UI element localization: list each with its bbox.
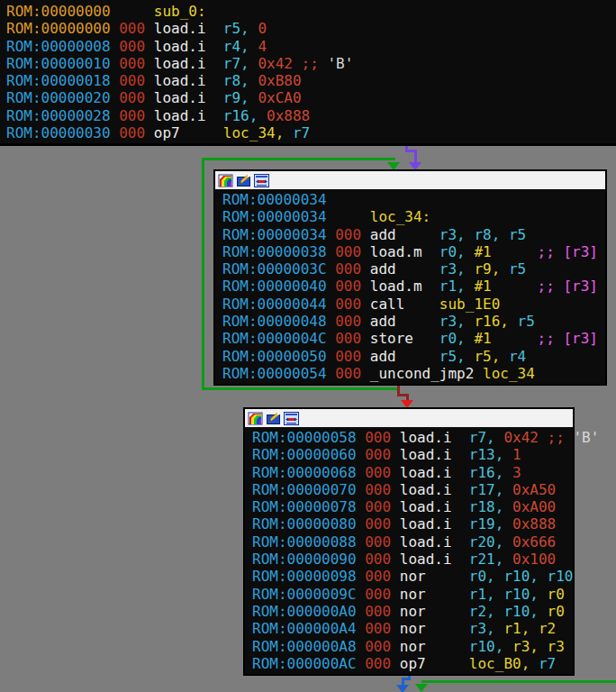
pencil-edit-icon[interactable] — [266, 412, 281, 425]
disasm-line[interactable]: ROM:00000040 000 load.m r1, #1;; [r3] — [222, 278, 605, 295]
token-n: 0x888 — [267, 107, 310, 124]
disasm-line[interactable]: ROM:00000060 000 load.i r13, 1 — [252, 446, 573, 463]
disasm-line[interactable]: ROM:00000050 000 add r5, r5, r4 — [222, 348, 605, 365]
disasm-line[interactable]: ROM:00000034 000 add r3, r8, r5 — [222, 226, 605, 243]
token-r: r7, — [223, 55, 258, 72]
token-a: ROM:00000078 — [252, 498, 357, 515]
disasm-line[interactable]: ROM:00000054 000 _uncond_jmp2 loc_34 — [222, 365, 605, 382]
node-title-bar[interactable] — [215, 171, 605, 189]
token-n: 0x888 — [512, 515, 556, 533]
token-a: ROM:00000098 — [252, 568, 357, 585]
token-p — [145, 72, 154, 89]
disasm-line[interactable]: ROM:00000008 000 load.i r4, 4 — [6, 38, 616, 55]
token-m: load.i — [154, 89, 223, 106]
token-p — [391, 464, 400, 481]
token-n: 0x42 — [258, 55, 293, 72]
disasm-line[interactable]: ROM:00000000 sub_0: — [6, 3, 616, 20]
disasm-line[interactable]: ROM:0000009C 000 nor r1, r10, r0 — [252, 586, 573, 603]
token-ry: r16, — [474, 313, 517, 330]
xref-comment: ;; [r3] — [538, 243, 598, 260]
token-p — [391, 603, 400, 620]
disasm-line[interactable]: ROM:00000038 000 load.m r0, #1;; [r3] — [222, 243, 605, 260]
graph-node-loc-34[interactable]: ROM:00000034ROM:00000034 loc_34:ROM:0000… — [213, 169, 607, 386]
disasm-line[interactable]: ROM:00000078 000 load.i r18, 0xA00 — [252, 498, 573, 515]
token-r: r10, — [503, 603, 547, 620]
token-p — [357, 533, 366, 551]
token-n: 3 — [512, 464, 521, 481]
token-ry: r9, — [474, 260, 509, 278]
frame-group-icon[interactable] — [254, 174, 269, 187]
token-p — [145, 89, 154, 106]
disasm-line[interactable]: ROM:000000A0 000 nor r2, r10, r0 — [252, 603, 573, 620]
token-m: nor — [400, 603, 469, 620]
token-p — [145, 124, 154, 141]
frame-group-icon[interactable] — [284, 412, 299, 425]
token-r: r18, — [469, 498, 512, 515]
token-m: load.i — [400, 464, 469, 481]
token-p — [357, 568, 366, 585]
token-p — [361, 226, 370, 243]
palette-icon[interactable] — [218, 174, 233, 187]
node-title-bar[interactable] — [245, 409, 573, 427]
disasm-line[interactable]: ROM:00000088 000 load.i r20, 0x666 — [252, 533, 573, 551]
token-m: load.i — [400, 498, 469, 515]
token-m: call — [370, 296, 439, 313]
disasm-line[interactable]: ROM:000000AC 000 op7 loc_B0, r7 — [252, 655, 573, 672]
palette-icon[interactable] — [248, 412, 263, 425]
token-p — [327, 348, 336, 365]
disassembly-listing: ROM:00000058 000 load.i r7, 0x42 ;; 'B'R… — [245, 427, 573, 674]
disasm-line[interactable]: ROM:00000018 000 load.i r8, 0xB80 — [6, 72, 616, 89]
token-r: r3, — [439, 260, 475, 278]
token-n: 0x42 — [503, 429, 539, 446]
token-m: add — [370, 313, 439, 330]
disasm-line[interactable]: ROM:00000070 000 load.i r17, 0xA50 — [252, 481, 573, 498]
disasm-line[interactable]: ROM:00000098 000 nor r0, r10, r10 — [252, 568, 573, 585]
token-p — [391, 533, 400, 551]
disasm-line[interactable]: ROM:0000004C 000 store r0, #1;; [r3] — [222, 330, 605, 347]
edge-incoming-green-arrowhead-icon — [415, 684, 428, 692]
token-ry: r1, — [503, 620, 539, 637]
disasm-line[interactable]: ROM:00000048 000 add r3, r16, r5 — [222, 313, 605, 330]
token-ry: r3 — [548, 638, 565, 655]
disasm-line[interactable]: ROM:00000000 000 load.i r5, 0 — [6, 20, 616, 37]
disasm-line[interactable]: ROM:00000010 000 load.i r7, 0x42 ;; 'B' — [6, 55, 616, 72]
token-p — [361, 243, 370, 260]
disasm-line[interactable]: ROM:00000090 000 load.i r21, 0x100 — [252, 551, 573, 568]
token-m: add — [370, 226, 439, 243]
token-b: 000 — [365, 551, 391, 568]
token-p — [361, 330, 370, 347]
token-p — [391, 551, 400, 568]
token-r: r5, — [439, 348, 475, 365]
token-p — [111, 20, 120, 37]
disasm-line[interactable]: ROM:00000020 000 load.i r9, 0xCA0 — [6, 89, 616, 106]
pencil-edit-icon[interactable] — [236, 174, 251, 187]
token-r: r20, — [469, 533, 512, 551]
disasm-line[interactable]: ROM:00000044 000 call sub_1E0 — [222, 296, 605, 313]
token-a: ROM:000000A4 — [252, 620, 357, 637]
graph-node-58[interactable]: ROM:00000058 000 load.i r7, 0x42 ;; 'B'R… — [243, 407, 575, 676]
token-b: 000 — [365, 586, 391, 603]
token-b: 000 — [365, 429, 391, 446]
disasm-line[interactable]: ROM:00000028 000 load.i r16, 0x888 — [6, 107, 616, 124]
disasm-line[interactable]: ROM:00000068 000 load.i r16, 3 — [252, 464, 573, 481]
token-r: r8, — [474, 226, 509, 243]
disasm-line[interactable]: ROM:00000034 loc_34: — [222, 208, 605, 225]
disasm-line[interactable]: ROM:00000034 — [222, 191, 605, 208]
token-p — [357, 551, 366, 568]
disasm-line[interactable]: ROM:00000030 000 op7 loc_34, r7 — [6, 124, 616, 141]
token-p — [327, 365, 336, 382]
disasm-line[interactable]: ROM:00000080 000 load.i r19, 0x888 — [252, 515, 573, 533]
token-m: _uncond_jmp2 — [370, 365, 483, 382]
token-m: load.i — [400, 446, 469, 463]
graph-node-sub-0[interactable]: ROM:00000000 sub_0:ROM:00000000 000 load… — [0, 0, 616, 146]
disasm-line[interactable]: ROM:000000A8 000 nor r10, r3, r3 — [252, 638, 573, 655]
disasm-line[interactable]: ROM:000000A4 000 nor r3, r1, r2 — [252, 620, 573, 637]
graph-view-canvas[interactable]: ROM:00000000 sub_0:ROM:00000000 000 load… — [0, 0, 616, 692]
token-ry: #1 — [474, 278, 491, 295]
disasm-line[interactable]: ROM:0000003C 000 add r3, r9, r5 — [222, 260, 605, 278]
token-m: add — [370, 260, 439, 278]
token-m: add — [370, 348, 439, 365]
disasm-line[interactable]: ROM:00000058 000 load.i r7, 0x42 ;; 'B' — [252, 429, 573, 446]
token-p — [357, 429, 366, 446]
token-a: ROM:00000054 — [222, 365, 327, 382]
